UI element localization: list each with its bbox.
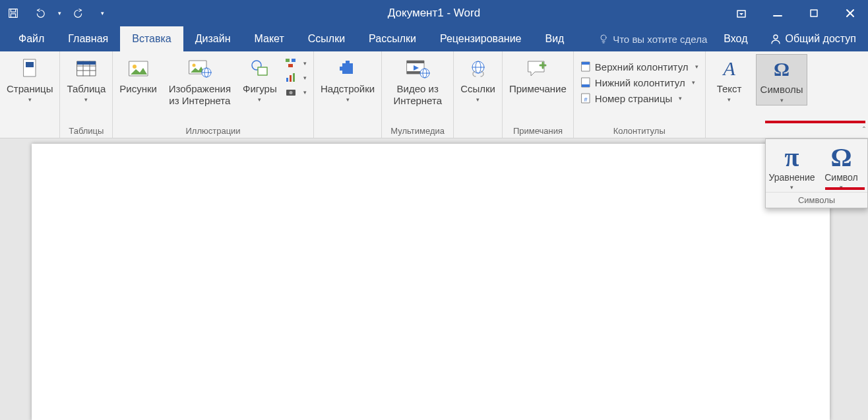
maximize-button[interactable] [795, 0, 832, 26]
comment-button[interactable]: Примечание [505, 54, 571, 96]
shapes-button[interactable]: Фигуры ▾ [239, 54, 281, 104]
save-button[interactable] [0, 0, 26, 26]
tab-design[interactable]: Дизайн [183, 26, 243, 51]
share-label: Общий доступ [786, 33, 857, 45]
tell-me-search[interactable]: Что вы хотите сдела [592, 26, 714, 51]
svg-rect-1 [11, 9, 15, 13]
text-label: Текст [717, 83, 742, 95]
page-number-button[interactable]: # Номер страницы ▾ [576, 91, 702, 105]
tab-insert[interactable]: Вставка [120, 26, 183, 51]
group-tables: Таблица ▾ Таблицы [60, 51, 113, 138]
sign-in-button[interactable]: Вход [714, 26, 757, 51]
minimize-icon [772, 8, 783, 18]
svg-point-8 [601, 35, 606, 40]
group-text-spacer [708, 125, 751, 138]
tab-view[interactable]: Вид [533, 26, 576, 51]
online-video-button[interactable]: Видео из Интернета [385, 54, 450, 108]
document-area[interactable] [0, 138, 868, 420]
footer-button[interactable]: Нижний колонтитул ▾ [576, 75, 702, 90]
smartart-button[interactable]: ▾ [281, 57, 311, 70]
share-person-icon [770, 33, 782, 45]
group-links: Ссылки ▾ [454, 51, 503, 138]
text-button[interactable]: A Текст ▾ [708, 54, 751, 104]
chevron-down-icon: ▾ [303, 60, 307, 67]
chevron-down-icon: ▾ [303, 75, 307, 81]
tell-me-placeholder: Что вы хотите сдела [613, 34, 707, 45]
chart-button[interactable]: ▾ [281, 71, 311, 84]
symbols-dropdown-popup: π Уравнение ▾ Ω Символ ▾ Символы [765, 138, 868, 208]
highlight-symbols-group [765, 121, 865, 123]
svg-point-23 [192, 64, 195, 67]
links-button[interactable]: Ссылки ▾ [456, 54, 499, 104]
omega-icon: Ω [774, 58, 790, 80]
group-pages-spacer [3, 125, 57, 138]
ribbon-display-options-button[interactable] [723, 0, 759, 26]
pictures-button[interactable]: Рисунки [115, 54, 161, 96]
popup-group-label: Символы [766, 192, 867, 208]
minimize-button[interactable] [759, 0, 795, 26]
pictures-label: Рисунки [119, 83, 157, 95]
group-media: Видео из Интернета Мультимедиа [382, 51, 454, 138]
equation-label: Уравнение [768, 172, 815, 183]
share-button[interactable]: Общий доступ [758, 26, 869, 51]
page-number-label: Номер страницы [595, 93, 672, 104]
chevron-down-icon: ▾ [728, 96, 731, 103]
smartart-icon [285, 58, 297, 69]
screenshot-icon [285, 87, 297, 98]
screenshot-button[interactable]: ▾ [281, 86, 311, 99]
quick-access-toolbar: ▾ ▾ [0, 0, 112, 26]
document-title: Документ1 - Word [388, 7, 480, 20]
group-addins: Надстройки ▾ [314, 51, 382, 138]
ribbon: Страницы ▾ Таблица ▾ Таблицы Рис [0, 51, 868, 138]
group-comments-label: Примечания [505, 125, 571, 138]
online-pictures-label: Изображения из Интернета [165, 83, 235, 107]
chevron-down-icon: ▾ [692, 79, 695, 86]
chevron-down-icon: ▾ [303, 89, 307, 96]
ribbon-tabstrip: Файл Главная Вставка Дизайн Макет Ссылки… [0, 26, 868, 51]
equation-button[interactable]: π Уравнение ▾ [767, 143, 817, 191]
addin-icon [338, 59, 357, 78]
group-text: A Текст ▾ [706, 51, 753, 138]
online-pictures-button[interactable]: Изображения из Интернета [161, 54, 239, 108]
chevron-down-icon: ▾ [346, 96, 350, 103]
pi-icon: π [785, 143, 799, 172]
undo-button[interactable] [26, 0, 53, 26]
addins-button[interactable]: Надстройки ▾ [317, 54, 379, 104]
document-page[interactable] [32, 144, 830, 420]
tab-layout[interactable]: Макет [243, 26, 296, 51]
comment-icon [526, 59, 549, 78]
svg-point-21 [133, 65, 137, 69]
collapse-ribbon-button[interactable]: ˆ [863, 126, 865, 135]
chevron-down-icon: ▾ [84, 96, 88, 103]
qat-customize-button[interactable]: ▾ [92, 0, 112, 26]
footer-icon [580, 76, 591, 88]
redo-button[interactable] [66, 0, 92, 26]
header-button[interactable]: Верхний колонтитул ▾ [576, 59, 702, 74]
omega-icon: Ω [830, 143, 852, 172]
save-icon [7, 7, 19, 19]
symbols-button[interactable]: Ω Символы ▾ [756, 54, 808, 105]
svg-rect-29 [286, 59, 290, 62]
symbol-button[interactable]: Ω Символ ▾ [817, 143, 866, 191]
close-button[interactable] [832, 0, 868, 26]
header-icon [580, 61, 591, 73]
page-number-icon: # [580, 92, 591, 104]
pages-button[interactable]: Страницы ▾ [3, 54, 57, 104]
qat-dropdown-1[interactable]: ▾ [53, 0, 66, 26]
group-symbols: Ω Символы ▾ [753, 51, 811, 138]
chevron-down-icon: ▾ [790, 184, 793, 191]
tab-file[interactable]: Файл [7, 26, 56, 51]
chevron-down-icon: ▾ [780, 97, 784, 104]
redo-icon [73, 7, 85, 19]
group-hf-label: Колонтитулы [576, 125, 702, 138]
tab-mailings[interactable]: Рассылки [357, 26, 428, 51]
tab-home[interactable]: Главная [56, 26, 120, 51]
table-button[interactable]: Таблица ▾ [63, 54, 109, 104]
highlight-symbol-button [825, 187, 865, 190]
video-icon [404, 58, 431, 79]
ribbon-options-icon [736, 8, 747, 18]
group-header-footer: Верхний колонтитул ▾ Нижний колонтитул ▾… [574, 51, 706, 138]
hyperlink-icon [468, 59, 489, 78]
tab-review[interactable]: Рецензирование [428, 26, 534, 51]
tab-references[interactable]: Ссылки [296, 26, 357, 51]
